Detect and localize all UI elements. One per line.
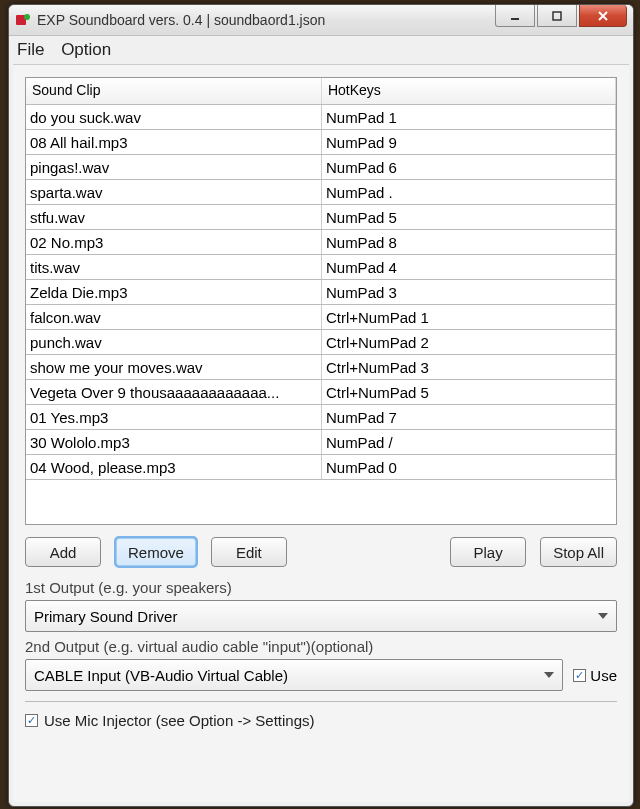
cell-hotkey: NumPad / (321, 430, 615, 455)
cell-clip: 08 All hail.mp3 (26, 130, 321, 155)
table-row[interactable]: 04 Wood, please.mp3NumPad 0 (26, 455, 616, 480)
mic-injector-checkbox[interactable] (25, 714, 38, 727)
separator (25, 701, 617, 702)
svg-point-1 (24, 14, 30, 20)
cell-hotkey: Ctrl+NumPad 1 (321, 305, 615, 330)
table-row[interactable]: sparta.wavNumPad . (26, 180, 616, 205)
cell-hotkey: NumPad 6 (321, 155, 615, 180)
stop-all-button[interactable]: Stop All (540, 537, 617, 567)
close-button[interactable] (579, 5, 627, 27)
table-row[interactable]: Zelda Die.mp3NumPad 3 (26, 280, 616, 305)
col-header-clip[interactable]: Sound Clip (26, 78, 321, 105)
cell-clip: show me your moves.wav (26, 355, 321, 380)
table-row[interactable]: 02 No.mp3NumPad 8 (26, 230, 616, 255)
col-header-hotkey[interactable]: HotKeys (321, 78, 615, 105)
cell-clip: falcon.wav (26, 305, 321, 330)
menu-option[interactable]: Option (61, 40, 111, 59)
table-row[interactable]: stfu.wavNumPad 5 (26, 205, 616, 230)
chevron-down-icon (598, 613, 608, 619)
app-window: EXP Soundboard vers. 0.4 | soundbaord1.j… (8, 4, 634, 807)
cell-clip: 01 Yes.mp3 (26, 405, 321, 430)
table-row[interactable]: show me your moves.wavCtrl+NumPad 3 (26, 355, 616, 380)
cell-clip: sparta.wav (26, 180, 321, 205)
cell-clip: Zelda Die.mp3 (26, 280, 321, 305)
edit-button[interactable]: Edit (211, 537, 287, 567)
svg-line-4 (599, 12, 607, 20)
use-checkbox[interactable] (573, 669, 586, 682)
cell-hotkey: NumPad 0 (321, 455, 615, 480)
mic-injector-label: Use Mic Injector (see Option -> Settings… (44, 712, 315, 729)
maximize-button[interactable] (537, 5, 577, 27)
cell-hotkey: NumPad 1 (321, 105, 615, 130)
use-checkbox-group[interactable]: Use (573, 667, 617, 684)
svg-line-5 (599, 12, 607, 20)
app-icon (15, 12, 31, 28)
use-label: Use (590, 667, 617, 684)
cell-hotkey: NumPad 9 (321, 130, 615, 155)
output2-value: CABLE Input (VB-Audio Virtual Cable) (34, 667, 288, 684)
sound-table[interactable]: Sound Clip HotKeys do you suck.wavNumPad… (25, 77, 617, 525)
content-area: Sound Clip HotKeys do you suck.wavNumPad… (13, 64, 629, 802)
cell-clip: stfu.wav (26, 205, 321, 230)
table-row[interactable]: pingas!.wavNumPad 6 (26, 155, 616, 180)
cell-clip: Vegeta Over 9 thousaaaaaaaaaaaa... (26, 380, 321, 405)
output2-label: 2nd Output (e.g. virtual audio cable "in… (25, 638, 617, 655)
output1-combo[interactable]: Primary Sound Driver (25, 600, 617, 632)
svg-rect-3 (553, 12, 561, 20)
add-button[interactable]: Add (25, 537, 101, 567)
table-row[interactable]: punch.wavCtrl+NumPad 2 (26, 330, 616, 355)
mic-injector-group[interactable]: Use Mic Injector (see Option -> Settings… (25, 712, 617, 729)
cell-hotkey: NumPad 8 (321, 230, 615, 255)
cell-hotkey: Ctrl+NumPad 2 (321, 330, 615, 355)
window-title: EXP Soundboard vers. 0.4 | soundbaord1.j… (37, 12, 495, 28)
output2-combo[interactable]: CABLE Input (VB-Audio Virtual Cable) (25, 659, 563, 691)
menu-file[interactable]: File (17, 40, 44, 59)
table-row[interactable]: do you suck.wavNumPad 1 (26, 105, 616, 130)
table-row[interactable]: tits.wavNumPad 4 (26, 255, 616, 280)
table-row[interactable]: 30 Wololo.mp3NumPad / (26, 430, 616, 455)
cell-clip: 04 Wood, please.mp3 (26, 455, 321, 480)
cell-clip: tits.wav (26, 255, 321, 280)
remove-button[interactable]: Remove (115, 537, 197, 567)
titlebar[interactable]: EXP Soundboard vers. 0.4 | soundbaord1.j… (9, 5, 633, 36)
cell-hotkey: NumPad 3 (321, 280, 615, 305)
cell-hotkey: NumPad 4 (321, 255, 615, 280)
cell-hotkey: NumPad . (321, 180, 615, 205)
table-empty-area (26, 480, 616, 524)
output1-label: 1st Output (e.g. your speakers) (25, 579, 617, 596)
play-button[interactable]: Play (450, 537, 526, 567)
cell-hotkey: NumPad 5 (321, 205, 615, 230)
cell-hotkey: NumPad 7 (321, 405, 615, 430)
button-row: Add Remove Edit Play Stop All (25, 525, 617, 573)
cell-clip: pingas!.wav (26, 155, 321, 180)
cell-hotkey: Ctrl+NumPad 3 (321, 355, 615, 380)
cell-clip: punch.wav (26, 330, 321, 355)
cell-clip: 30 Wololo.mp3 (26, 430, 321, 455)
output1-value: Primary Sound Driver (34, 608, 177, 625)
table-row[interactable]: Vegeta Over 9 thousaaaaaaaaaaaa...Ctrl+N… (26, 380, 616, 405)
menubar: File Option (9, 36, 633, 64)
table-row[interactable]: 08 All hail.mp3NumPad 9 (26, 130, 616, 155)
window-controls (495, 5, 633, 35)
table-row[interactable]: falcon.wavCtrl+NumPad 1 (26, 305, 616, 330)
cell-clip: do you suck.wav (26, 105, 321, 130)
cell-clip: 02 No.mp3 (26, 230, 321, 255)
table-row[interactable]: 01 Yes.mp3NumPad 7 (26, 405, 616, 430)
minimize-button[interactable] (495, 5, 535, 27)
chevron-down-icon (544, 672, 554, 678)
cell-hotkey: Ctrl+NumPad 5 (321, 380, 615, 405)
